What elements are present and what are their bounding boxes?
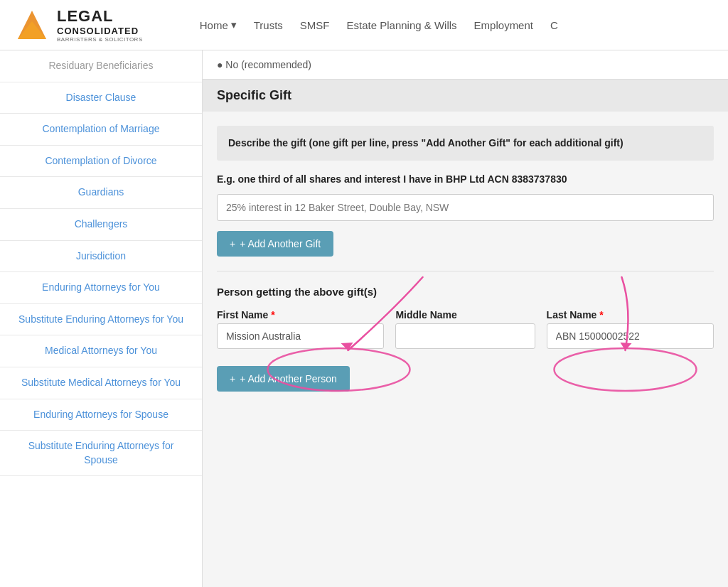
sidebar-item-residuary-beneficiaries[interactable]: Residuary Beneficiaries — [0, 50, 202, 82]
first-name-required-star: * — [271, 309, 274, 321]
person-section-title: Person getting the above gift(s) — [217, 286, 714, 298]
sidebar-item-substitute-medical-attorneys-you[interactable]: Substitute Medical Attorneys for You — [0, 367, 202, 399]
svg-point-3 — [555, 348, 697, 391]
plus-icon-person: + — [230, 373, 235, 384]
logo-sub-text: BARRISTERS & SOLICITORS — [57, 36, 143, 43]
nav-home[interactable]: Home ▾ — [200, 18, 237, 31]
sidebar-item-disaster-clause[interactable]: Disaster Clause — [0, 82, 202, 114]
sidebar: Residuary Beneficiaries Disaster Clause … — [0, 50, 203, 587]
sidebar-item-jurisdiction[interactable]: Jurisdiction — [0, 241, 202, 273]
page-layout: Residuary Beneficiaries Disaster Clause … — [0, 50, 728, 587]
sidebar-item-contemplation-of-divorce[interactable]: Contemplation of Divorce — [0, 146, 202, 178]
header: LEGAL CONSOLIDATED BARRISTERS & SOLICITO… — [0, 0, 728, 50]
last-name-required-star: * — [599, 309, 603, 321]
sidebar-item-medical-attorneys-you[interactable]: Medical Attorneys for You — [0, 335, 202, 367]
nav-employment[interactable]: Employment — [474, 19, 533, 31]
no-recommended-text: ● No (recommended) — [217, 59, 311, 70]
middle-name-input[interactable] — [395, 323, 535, 349]
main-content: ● No (recommended) Specific Gift Describ… — [203, 50, 728, 587]
content-area: Describe the gift (one gift per line, pr… — [203, 112, 728, 406]
last-name-label: Last Name * — [547, 309, 714, 321]
plus-icon: + — [230, 238, 235, 249]
sidebar-item-enduring-attorneys-you[interactable]: Enduring Attorneys for You — [0, 272, 202, 304]
sidebar-item-contemplation-of-marriage[interactable]: Contemplation of Marriage — [0, 114, 202, 146]
sidebar-item-guardians[interactable]: Guardians — [0, 177, 202, 209]
sidebar-item-challengers[interactable]: Challengers — [0, 209, 202, 241]
top-bar: ● No (recommended) — [203, 50, 728, 80]
add-another-gift-button[interactable]: + + Add Another Gift — [217, 231, 333, 257]
last-name-input[interactable] — [547, 323, 714, 349]
middle-name-group: Middle Name — [395, 309, 535, 349]
main-nav: Home ▾ Trusts SMSF Estate Planning & Wil… — [200, 18, 558, 31]
first-name-label: First Name * — [217, 309, 384, 321]
logo-area: LEGAL CONSOLIDATED BARRISTERS & SOLICITO… — [14, 7, 143, 43]
nav-smsf[interactable]: SMSF — [300, 19, 330, 31]
add-another-person-button[interactable]: + + Add Another Person — [217, 366, 350, 392]
form-fields-container: First Name * Middle Name — [217, 309, 714, 349]
example-text: E.g. one third of all shares and interes… — [217, 172, 714, 187]
logo-text: LEGAL CONSOLIDATED BARRISTERS & SOLICITO… — [57, 7, 143, 43]
divider — [217, 271, 714, 271]
gift-description-box: Describe the gift (one gift per line, pr… — [217, 126, 714, 161]
person-form-row: First Name * Middle Name — [217, 309, 714, 349]
middle-name-label: Middle Name — [395, 309, 535, 321]
chevron-down-icon: ▾ — [231, 18, 237, 31]
nav-more[interactable]: C — [550, 19, 558, 31]
nav-estate-planning[interactable]: Estate Planning & Wills — [347, 19, 457, 31]
first-name-input[interactable] — [217, 323, 384, 349]
nav-trusts[interactable]: Trusts — [254, 19, 283, 31]
last-name-group: Last Name * — [547, 309, 714, 349]
first-name-group: First Name * — [217, 309, 384, 349]
gift-description-input[interactable] — [217, 194, 714, 221]
sidebar-item-substitute-enduring-attorneys-you[interactable]: Substitute Enduring Attorneys for You — [0, 304, 202, 336]
specific-gift-section-title: Specific Gift — [203, 80, 728, 112]
logo-legal-text: LEGAL — [57, 7, 143, 26]
sidebar-item-enduring-attorneys-spouse[interactable]: Enduring Attorneys for Spouse — [0, 399, 202, 431]
logo-consolidated-text: CONSOLIDATED — [57, 26, 143, 36]
logo-icon — [14, 7, 50, 43]
svg-marker-1 — [18, 21, 46, 39]
sidebar-item-substitute-enduring-attorneys-spouse[interactable]: Substitute Enduring Attorneys for Spouse — [0, 431, 202, 476]
